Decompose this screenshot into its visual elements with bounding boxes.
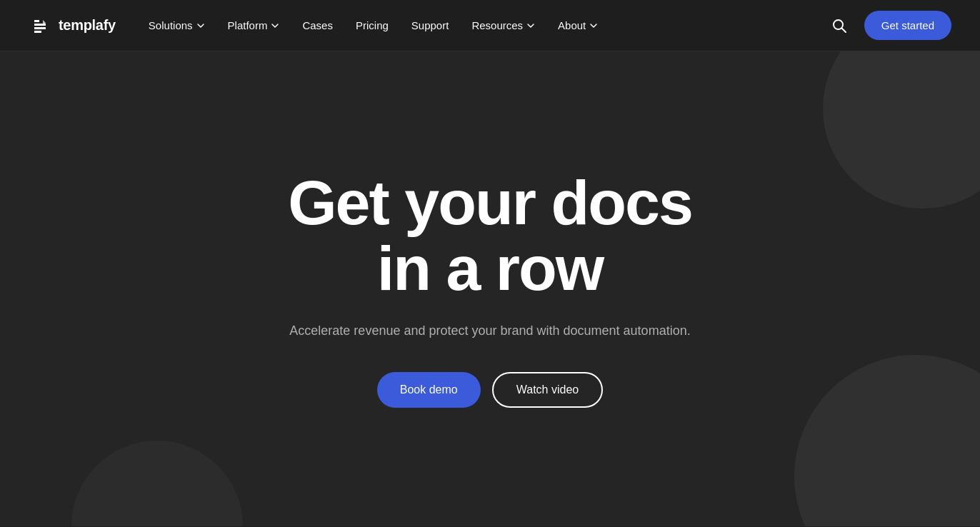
nav-item-cases[interactable]: Cases [292, 14, 343, 37]
nav-item-support[interactable]: Support [401, 14, 459, 37]
nav-item-solutions[interactable]: Solutions [139, 14, 215, 37]
nav-item-resources[interactable]: Resources [461, 14, 545, 37]
search-icon [831, 18, 847, 34]
templafy-logo-icon [29, 14, 51, 37]
nav-label-about: About [558, 19, 586, 31]
logo[interactable]: templafy [29, 14, 116, 37]
nav-label-support: Support [411, 19, 449, 31]
navbar: templafy Solutions Platform Cases [0, 0, 980, 51]
nav-links: Solutions Platform Cases Pricing [139, 14, 608, 37]
nav-item-about[interactable]: About [548, 14, 608, 37]
nav-label-cases: Cases [302, 19, 333, 31]
nav-label-solutions: Solutions [149, 19, 193, 31]
hero-title-line2: in a row [377, 233, 604, 303]
hero-title-line1: Get your docs [288, 167, 692, 238]
nav-left: templafy Solutions Platform Cases [29, 14, 608, 37]
get-started-button[interactable]: Get started [864, 11, 951, 40]
book-demo-button[interactable]: Book demo [377, 372, 481, 408]
nav-item-pricing[interactable]: Pricing [346, 14, 399, 37]
logo-text: templafy [59, 17, 116, 34]
deco-circle-bottom-right [794, 355, 980, 526]
hero-title: Get your docs in a row [288, 170, 692, 302]
hero-buttons: Book demo Watch video [288, 372, 692, 408]
nav-item-platform[interactable]: Platform [218, 14, 290, 37]
chevron-down-icon [271, 21, 279, 30]
deco-circle-bottom-left [71, 441, 243, 526]
hero-content: Get your docs in a row Accelerate revenu… [274, 170, 706, 408]
nav-label-platform: Platform [228, 19, 268, 31]
nav-label-resources: Resources [471, 19, 523, 31]
watch-video-button[interactable]: Watch video [492, 372, 603, 408]
chevron-down-icon [526, 21, 535, 30]
deco-circle-top-right [823, 51, 980, 209]
hero-subtitle: Accelerate revenue and protect your bran… [288, 321, 692, 341]
nav-label-pricing: Pricing [356, 19, 389, 31]
chevron-down-icon [589, 21, 598, 30]
search-button[interactable] [826, 12, 853, 39]
chevron-down-icon [196, 21, 205, 30]
hero-section: Get your docs in a row Accelerate revenu… [0, 51, 980, 526]
nav-right: Get started [826, 11, 951, 40]
